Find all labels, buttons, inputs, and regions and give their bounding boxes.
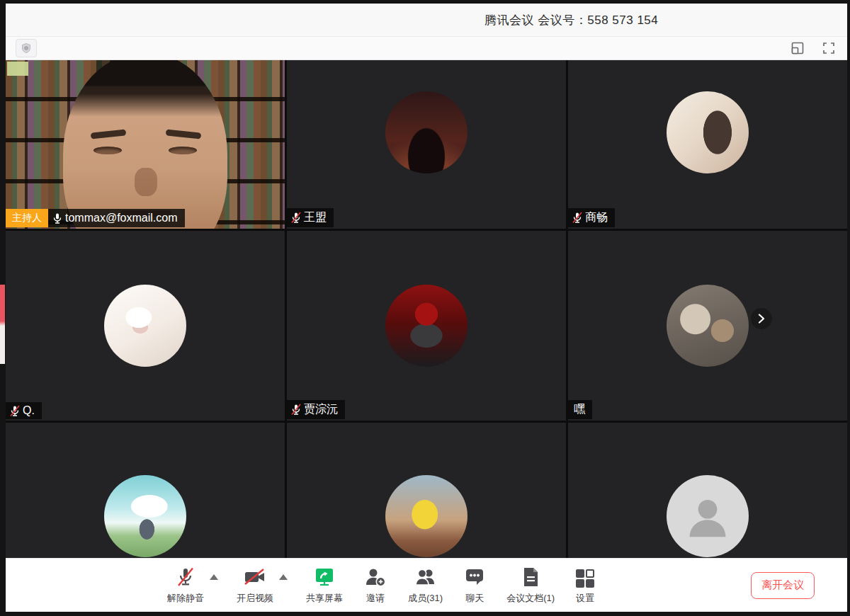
- name-label: 贾淙沅: [287, 400, 345, 419]
- video-tile-host[interactable]: 主持人 tommax@foxmail.com: [6, 60, 285, 229]
- bookshelf-tag: [7, 62, 28, 76]
- members-icon: [414, 566, 438, 588]
- avatar-default: [667, 475, 749, 557]
- start-video-label: 开启视频: [237, 592, 273, 605]
- host-face: [63, 60, 227, 229]
- avatar: [667, 285, 749, 367]
- unmute-button[interactable]: 解除静音: [167, 566, 204, 605]
- participant-name-text: Q.: [23, 404, 35, 417]
- avatar: [385, 91, 468, 173]
- settings-grid-icon: [576, 569, 594, 588]
- video-tile[interactable]: 商畅: [568, 60, 847, 229]
- participant-name-text: 王盟: [304, 210, 327, 225]
- video-tile[interactable]: [568, 423, 847, 558]
- meeting-docs-label: 会议文档(1): [506, 592, 555, 605]
- participant-name: Q.: [6, 402, 42, 419]
- meeting-docs-button[interactable]: 会议文档(1): [506, 566, 555, 605]
- participant-name: tommax@foxmail.com: [48, 209, 185, 227]
- participant-name: 商畅: [568, 208, 615, 227]
- name-label: 商畅: [568, 208, 615, 227]
- fullscreen-icon: [822, 41, 836, 55]
- video-tile[interactable]: [6, 423, 285, 558]
- members-label: 成员(31): [408, 592, 443, 605]
- mic-muted-icon: [290, 404, 302, 416]
- host-face-detail: [135, 168, 157, 196]
- document-icon: [521, 566, 540, 588]
- next-page-button[interactable]: [751, 308, 772, 329]
- video-tile[interactable]: 嘿: [568, 231, 847, 421]
- settings-label: 设置: [576, 592, 594, 605]
- mic-options-caret[interactable]: [210, 574, 218, 580]
- meeting-window: 腾讯会议 会议号：558 573 154: [6, 4, 847, 612]
- leave-meeting-button[interactable]: 离开会议: [751, 572, 815, 599]
- invite-person-icon: [364, 566, 387, 588]
- name-label: 王盟: [287, 208, 334, 227]
- control-bar: 解除静音 开启视频: [6, 558, 847, 612]
- participant-name: 嘿: [568, 400, 592, 419]
- video-grid: 主持人 tommax@foxmail.com: [6, 60, 847, 558]
- switch-layout-icon: [790, 41, 805, 55]
- host-face-detail: [94, 147, 122, 154]
- settings-button[interactable]: 设置: [576, 566, 594, 605]
- members-button[interactable]: 成员(31): [408, 566, 443, 605]
- host-badge: 主持人: [6, 209, 48, 227]
- chevron-right-icon: [757, 314, 766, 324]
- chat-button[interactable]: 聊天: [464, 566, 485, 605]
- mic-muted-icon: [9, 405, 21, 417]
- participant-name: 贾淙沅: [287, 400, 345, 419]
- participant-name-text: 商畅: [585, 210, 608, 225]
- start-video-button[interactable]: 开启视频: [237, 566, 273, 605]
- video-tile[interactable]: [287, 423, 566, 558]
- name-label: 嘿: [568, 400, 592, 419]
- host-face-detail: [169, 147, 197, 154]
- security-shield-icon: [21, 42, 32, 54]
- background-window-sliver: [0, 285, 5, 364]
- participant-name-text: tommax@foxmail.com: [65, 212, 178, 224]
- mic-on-icon: [52, 212, 63, 224]
- avatar: [385, 475, 468, 557]
- fullscreen-button[interactable]: [820, 40, 837, 57]
- window-view-controls: [789, 40, 837, 57]
- avatar: [667, 91, 749, 173]
- avatar: [104, 285, 186, 367]
- participant-name: 王盟: [287, 208, 334, 227]
- security-shield-button[interactable]: [16, 39, 37, 57]
- camera-off-icon: [243, 566, 267, 588]
- invite-label: 邀请: [366, 592, 385, 605]
- mic-muted-icon: [290, 212, 302, 224]
- chat-bubble-icon: [464, 566, 485, 588]
- participant-name-text: 贾淙沅: [304, 402, 338, 417]
- name-label: Q.: [6, 402, 42, 419]
- video-options-caret[interactable]: [279, 574, 288, 580]
- share-screen-label: 共享屏幕: [306, 592, 343, 605]
- avatar: [385, 285, 468, 367]
- switch-layout-button[interactable]: [789, 40, 806, 57]
- title-bar: 腾讯会议 会议号：558 573 154: [6, 4, 847, 36]
- mic-muted-icon: [572, 212, 583, 224]
- avatar: [104, 475, 186, 557]
- share-screen-button[interactable]: 共享屏幕: [306, 566, 343, 605]
- participant-name-text: 嘿: [574, 402, 585, 417]
- meeting-title: 腾讯会议 会议号：558 573 154: [484, 12, 658, 28]
- person-silhouette-icon: [680, 489, 735, 544]
- name-label: 主持人 tommax@foxmail.com: [6, 209, 185, 227]
- share-screen-icon: [313, 566, 336, 588]
- video-tile[interactable]: 贾淙沅: [287, 231, 566, 421]
- invite-button[interactable]: 邀请: [364, 566, 387, 605]
- unmute-label: 解除静音: [167, 592, 204, 605]
- video-tile[interactable]: 王盟: [287, 60, 566, 229]
- sub-toolbar: [6, 36, 847, 60]
- chat-label: 聊天: [465, 592, 484, 605]
- video-tile[interactable]: Q.: [6, 231, 285, 421]
- mic-muted-icon: [175, 566, 196, 588]
- host-live-video: [6, 60, 285, 229]
